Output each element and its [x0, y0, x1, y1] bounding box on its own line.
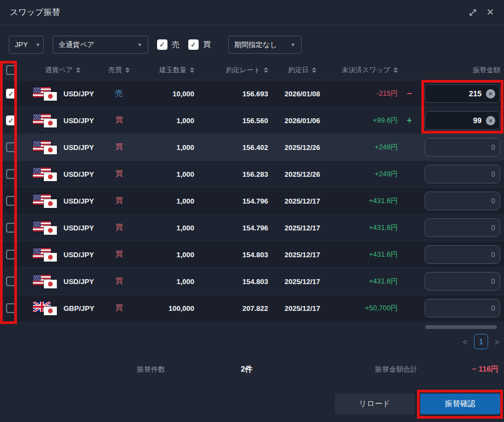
swap-transfer-dialog: スワップ振替 ✕ JPY ▼ 全通貨ペア ▼ ✓ 売 ✓ 買 期 — [0, 0, 504, 422]
date-value: 2025/12/26 — [268, 143, 337, 152]
currency-pair-flags — [33, 221, 58, 235]
table-row: ✓ — [0, 80, 504, 107]
transfer-amount-input[interactable] — [430, 250, 495, 259]
swap-value: -215円 — [337, 89, 398, 99]
sell-filter-label: 売 — [172, 40, 179, 50]
prev-page-icon[interactable]: < — [461, 337, 468, 346]
table-row: USD/JPY 買 1,000 154.803 2025/12/17 +431.… — [0, 241, 504, 268]
next-page-icon[interactable]: > — [494, 337, 501, 346]
buy-filter-label: 買 — [203, 40, 211, 50]
reload-button[interactable]: リロード — [335, 394, 414, 414]
transfer-amount-input[interactable] — [430, 196, 495, 205]
quantity-value: 1,000 — [134, 251, 194, 259]
rate-value: 154.803 — [194, 278, 268, 286]
swap-sign-indicator: − — [398, 89, 421, 99]
row-checkbox[interactable]: ✓ — [6, 89, 16, 99]
transfer-amount-input[interactable] — [430, 170, 495, 178]
rate-value: 156.693 — [194, 90, 268, 98]
table-row: USD/JPY 買 1,000 156.402 2025/12/26 +249円 — [0, 134, 504, 160]
column-header-label: 通貨ペア — [45, 66, 73, 75]
quantity-value: 10,000 — [134, 90, 194, 98]
table-row: USD/JPY 買 1,000 154.796 2025/12/17 +431.… — [0, 187, 504, 214]
side-label: 買 — [104, 303, 134, 313]
date-value: 2025/12/26 — [268, 170, 337, 178]
transfer-amount-field: ✕ — [425, 84, 500, 103]
transfer-amount-input[interactable] — [430, 116, 482, 125]
row-checkbox[interactable] — [6, 223, 16, 233]
row-checkbox[interactable] — [6, 196, 16, 206]
column-header-side[interactable]: 売買 — [104, 66, 134, 75]
transfer-amount-input[interactable] — [430, 223, 495, 232]
rate-value: 154.796 — [194, 197, 268, 205]
date-value: 2025/12/17 — [268, 224, 337, 232]
period-select[interactable]: 期間指定なし ▼ — [228, 36, 302, 54]
transfer-amount-input[interactable] — [430, 89, 482, 98]
expand-icon[interactable] — [468, 8, 478, 18]
quantity-value: 100,000 — [134, 304, 194, 313]
transfer-amount-field — [425, 165, 500, 183]
table-header: 通貨ペア売買建玉数量約定レート約定日未決済スワップ振替金額 — [0, 60, 504, 80]
chevron-down-icon: ▼ — [130, 42, 142, 48]
transfer-amount-input[interactable] — [430, 277, 495, 286]
transfer-amount-input[interactable] — [430, 143, 495, 152]
clear-input-icon[interactable]: ✕ — [486, 89, 495, 99]
row-checkbox[interactable] — [6, 276, 16, 286]
close-icon[interactable]: ✕ — [486, 8, 494, 17]
transfer-count-value: 2件 — [241, 365, 253, 374]
jp-flag-icon — [44, 307, 57, 315]
column-header-qty[interactable]: 建玉数量 — [134, 66, 194, 75]
currency-pair-label: USD/JPY — [63, 224, 94, 232]
transfer-total-label: 振替金額合計 — [375, 365, 418, 374]
currency-select-value: JPY — [15, 41, 28, 49]
side-label: 買 — [104, 196, 134, 206]
table-row: ✓ — [0, 107, 504, 134]
quantity-value: 1,000 — [134, 117, 194, 125]
column-header-label: 建玉数量 — [159, 66, 187, 75]
quantity-value: 1,000 — [134, 224, 194, 232]
side-label: 買 — [104, 169, 134, 179]
column-header-pair[interactable]: 通貨ペア — [22, 66, 104, 75]
quantity-value: 1,000 — [134, 170, 194, 178]
side-label: 買 — [104, 250, 134, 259]
transfer-amount-field: ✕ — [425, 111, 500, 130]
rate-value: 156.402 — [194, 143, 268, 152]
sort-icon — [393, 67, 398, 73]
currency-select[interactable]: JPY ▼ — [9, 36, 44, 54]
row-checkbox[interactable] — [6, 142, 16, 152]
pair-select[interactable]: 全通貨ペア ▼ — [53, 36, 148, 54]
sort-icon — [312, 67, 316, 73]
transfer-amount-field — [425, 245, 500, 264]
row-checkbox[interactable] — [6, 303, 16, 313]
pair-select-value: 全通貨ペア — [59, 40, 95, 50]
table-footer: < 1 > — [0, 321, 504, 357]
sell-filter-checkbox[interactable]: ✓ 売 — [157, 39, 179, 50]
column-header-swap[interactable]: 未決済スワップ — [337, 66, 398, 75]
currency-pair-label: USD/JPY — [63, 143, 94, 152]
swap-value: +50,700円 — [337, 303, 398, 313]
row-checkbox[interactable] — [6, 169, 16, 179]
row-checkbox[interactable] — [6, 250, 16, 259]
date-value: 2025/12/17 — [268, 278, 337, 286]
row-checkbox[interactable]: ✓ — [6, 115, 16, 125]
transfer-amount-field — [425, 299, 500, 317]
swap-value: +99.6円 — [337, 115, 398, 125]
buy-filter-checkbox[interactable]: ✓ 買 — [188, 39, 211, 50]
dialog-title: スワップ振替 — [10, 7, 60, 18]
transfer-confirm-button[interactable]: 振替確認 — [420, 394, 500, 414]
column-header-date[interactable]: 約定日 — [268, 66, 337, 75]
column-header-rate[interactable]: 約定レート — [194, 66, 268, 75]
currency-pair-flags — [33, 248, 58, 262]
jp-flag-icon — [44, 146, 57, 154]
swap-value: +249円 — [337, 142, 398, 152]
currency-pair-flags — [33, 114, 58, 128]
clear-input-icon[interactable]: ✕ — [486, 116, 495, 125]
transfer-amount-input[interactable] — [430, 304, 495, 313]
select-all-checkbox[interactable] — [6, 65, 16, 75]
horizontal-scrollbar[interactable] — [425, 325, 497, 329]
page-number[interactable]: 1 — [474, 334, 488, 349]
positions-table-body: ✓ — [0, 80, 504, 321]
table-row: GBP/JPY 買 100,000 207.822 2025/12/17 +50… — [0, 294, 504, 321]
currency-pair-label: USD/JPY — [63, 251, 94, 259]
sort-icon — [125, 67, 130, 73]
swap-value: +431.6円 — [337, 196, 398, 206]
